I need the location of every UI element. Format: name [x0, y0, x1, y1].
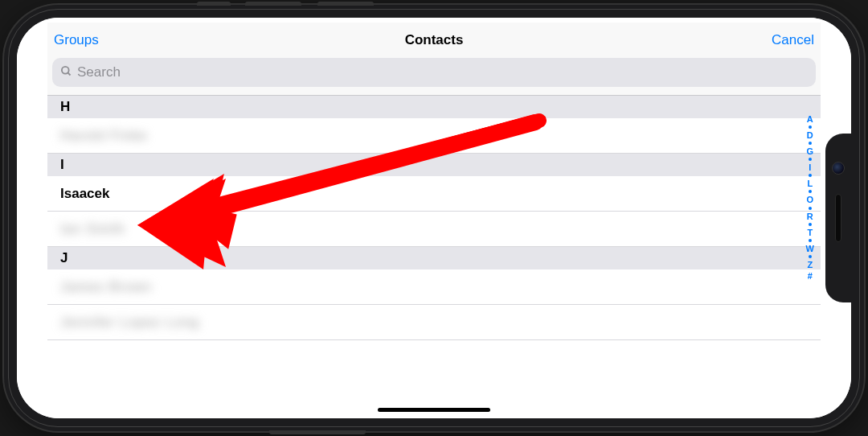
index-letter[interactable]: G: [807, 146, 814, 156]
speaker: [835, 194, 841, 242]
search-bar[interactable]: [52, 58, 816, 87]
physical-button: [245, 2, 301, 6]
index-letter[interactable]: R: [807, 212, 813, 221]
alpha-index-bar[interactable]: A D G I L O R T W Z #: [806, 114, 814, 281]
index-dot[interactable]: [809, 174, 812, 177]
svg-point-0: [62, 67, 69, 74]
contact-row[interactable]: Harold Finke: [47, 118, 821, 154]
cancel-button[interactable]: Cancel: [750, 32, 814, 48]
search-wrap: [47, 58, 821, 96]
navigation-bar: Groups Contacts Cancel: [47, 23, 821, 58]
search-input[interactable]: [77, 64, 808, 80]
index-letter[interactable]: O: [807, 195, 814, 204]
index-dot[interactable]: [809, 190, 812, 193]
index-dot[interactable]: [809, 125, 812, 129]
index-letter[interactable]: #: [808, 271, 813, 281]
contacts-app: Groups Contacts Cancel H Harold Finke: [17, 18, 851, 418]
svg-line-1: [68, 72, 70, 75]
contact-row[interactable]: Jennifer Lopez Long: [47, 305, 821, 340]
contact-name: James Brown: [60, 279, 152, 295]
section-header-j: J: [47, 247, 821, 269]
index-dot[interactable]: [809, 158, 812, 161]
index-letter[interactable]: Z: [807, 260, 813, 269]
contact-name: Harold Finke: [60, 128, 147, 144]
notch: [825, 134, 851, 302]
index-letter[interactable]: L: [807, 179, 813, 188]
contact-name: Ian Smith: [60, 221, 125, 237]
camera: [832, 162, 845, 175]
contact-name: Isaacek: [60, 186, 109, 202]
contact-row[interactable]: Ian Smith: [47, 212, 821, 247]
index-letter[interactable]: I: [809, 162, 811, 172]
physical-button: [269, 430, 366, 434]
index-letter[interactable]: A: [807, 114, 813, 124]
index-dot[interactable]: [809, 255, 812, 258]
home-indicator[interactable]: [378, 408, 490, 412]
groups-button[interactable]: Groups: [54, 32, 118, 48]
physical-button: [197, 2, 231, 6]
section-header-h: H: [47, 96, 821, 118]
search-icon: [60, 65, 72, 80]
section-header-i: I: [47, 154, 821, 176]
contacts-list[interactable]: H Harold Finke I Isaacek Ian Smith J Jam…: [47, 96, 821, 340]
index-letter[interactable]: W: [806, 244, 814, 253]
index-dot[interactable]: [809, 207, 812, 210]
index-dot[interactable]: [809, 223, 812, 226]
index-dot[interactable]: [809, 142, 812, 145]
contact-row[interactable]: James Brown: [47, 269, 821, 305]
phone-frame: Groups Contacts Cancel H Harold Finke: [4, 5, 864, 431]
page-title: Contacts: [405, 32, 464, 48]
physical-button: [317, 2, 374, 6]
screen: Groups Contacts Cancel H Harold Finke: [17, 18, 851, 418]
index-letter[interactable]: T: [807, 228, 813, 237]
contact-row-isaacek[interactable]: Isaacek: [47, 176, 821, 212]
index-dot[interactable]: [809, 239, 812, 242]
index-letter[interactable]: D: [807, 130, 813, 140]
contact-name: Jennifer Lopez Long: [60, 315, 199, 331]
